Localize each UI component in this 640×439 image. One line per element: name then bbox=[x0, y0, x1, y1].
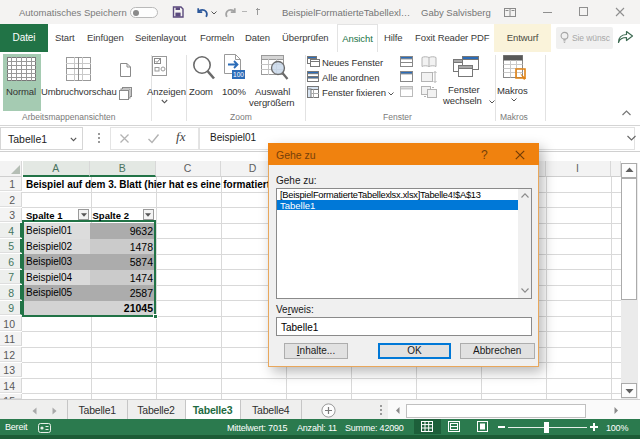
svg-text:100: 100 bbox=[233, 71, 244, 78]
